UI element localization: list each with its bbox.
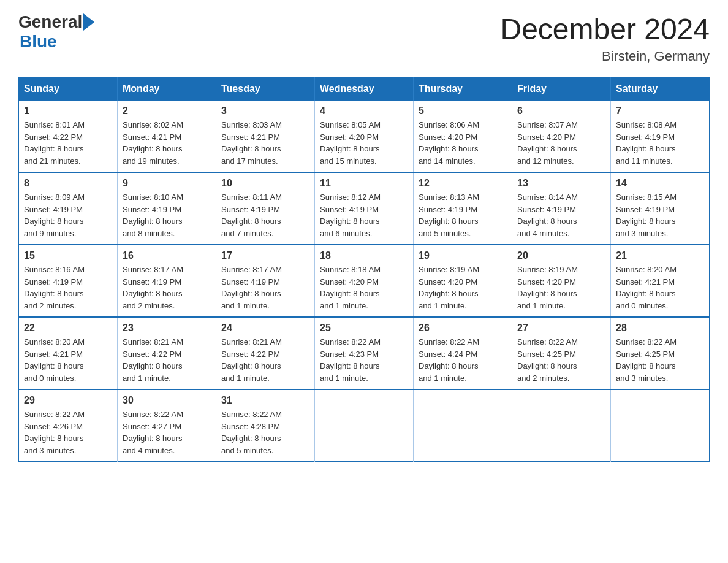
- day-info: Sunrise: 8:17 AM Sunset: 4:19 PM Dayligh…: [123, 264, 211, 312]
- day-number: 26: [419, 323, 507, 334]
- day-info: Sunrise: 8:17 AM Sunset: 4:19 PM Dayligh…: [221, 264, 309, 312]
- calendar-week-row: 8 Sunrise: 8:09 AM Sunset: 4:19 PM Dayli…: [19, 172, 710, 245]
- calendar-week-row: 29 Sunrise: 8:22 AM Sunset: 4:26 PM Dayl…: [19, 389, 710, 462]
- day-number: 5: [419, 105, 507, 117]
- table-row: 11 Sunrise: 8:12 AM Sunset: 4:19 PM Dayl…: [315, 172, 414, 245]
- table-row: 6 Sunrise: 8:07 AM Sunset: 4:20 PM Dayli…: [512, 101, 611, 172]
- table-row: 7 Sunrise: 8:08 AM Sunset: 4:19 PM Dayli…: [611, 101, 710, 172]
- day-info: Sunrise: 8:08 AM Sunset: 4:19 PM Dayligh…: [616, 119, 704, 167]
- col-sunday: Sunday: [19, 77, 118, 101]
- day-info: Sunrise: 8:07 AM Sunset: 4:20 PM Dayligh…: [517, 119, 605, 167]
- col-monday: Monday: [118, 77, 216, 101]
- day-number: 17: [221, 250, 309, 261]
- day-number: 1: [24, 105, 112, 117]
- day-number: 14: [616, 178, 704, 189]
- table-row: 25 Sunrise: 8:22 AM Sunset: 4:23 PM Dayl…: [315, 317, 414, 389]
- table-row: 24 Sunrise: 8:21 AM Sunset: 4:22 PM Dayl…: [216, 317, 315, 389]
- day-number: 4: [320, 105, 408, 117]
- table-row: 20 Sunrise: 8:19 AM Sunset: 4:20 PM Dayl…: [512, 245, 611, 317]
- day-info: Sunrise: 8:22 AM Sunset: 4:25 PM Dayligh…: [616, 336, 704, 384]
- calendar-week-row: 15 Sunrise: 8:16 AM Sunset: 4:19 PM Dayl…: [19, 245, 710, 317]
- day-number: 28: [616, 323, 704, 334]
- day-info: Sunrise: 8:22 AM Sunset: 4:26 PM Dayligh…: [24, 408, 112, 456]
- table-row: 17 Sunrise: 8:17 AM Sunset: 4:19 PM Dayl…: [216, 245, 315, 317]
- day-number: 11: [320, 178, 408, 189]
- day-number: 19: [419, 250, 507, 261]
- table-row: 10 Sunrise: 8:11 AM Sunset: 4:19 PM Dayl…: [216, 172, 315, 245]
- table-row: [315, 389, 414, 462]
- logo-text: General: [18, 12, 96, 32]
- table-row: 16 Sunrise: 8:17 AM Sunset: 4:19 PM Dayl…: [118, 245, 216, 317]
- logo-arrow-icon: [83, 13, 94, 31]
- calendar-header-row: Sunday Monday Tuesday Wednesday Thursday…: [19, 77, 710, 101]
- table-row: 9 Sunrise: 8:10 AM Sunset: 4:19 PM Dayli…: [118, 172, 216, 245]
- day-info: Sunrise: 8:15 AM Sunset: 4:19 PM Dayligh…: [616, 191, 704, 239]
- col-thursday: Thursday: [414, 77, 512, 101]
- calendar-week-row: 22 Sunrise: 8:20 AM Sunset: 4:21 PM Dayl…: [19, 317, 710, 389]
- day-number: 9: [123, 178, 211, 189]
- logo-blue: Blue: [20, 32, 57, 51]
- table-row: 30 Sunrise: 8:22 AM Sunset: 4:27 PM Dayl…: [118, 389, 216, 462]
- table-row: [611, 389, 710, 462]
- table-row: 27 Sunrise: 8:22 AM Sunset: 4:25 PM Dayl…: [512, 317, 611, 389]
- title-section: December 2024 Birstein, Germany: [500, 12, 710, 64]
- table-row: 12 Sunrise: 8:13 AM Sunset: 4:19 PM Dayl…: [414, 172, 512, 245]
- day-number: 16: [123, 250, 211, 261]
- day-number: 6: [517, 105, 605, 117]
- table-row: 22 Sunrise: 8:20 AM Sunset: 4:21 PM Dayl…: [19, 317, 118, 389]
- day-info: Sunrise: 8:21 AM Sunset: 4:22 PM Dayligh…: [123, 336, 211, 384]
- day-number: 10: [221, 178, 309, 189]
- day-info: Sunrise: 8:22 AM Sunset: 4:25 PM Dayligh…: [517, 336, 605, 384]
- table-row: 18 Sunrise: 8:18 AM Sunset: 4:20 PM Dayl…: [315, 245, 414, 317]
- table-row: 14 Sunrise: 8:15 AM Sunset: 4:19 PM Dayl…: [611, 172, 710, 245]
- table-row: 2 Sunrise: 8:02 AM Sunset: 4:21 PM Dayli…: [118, 101, 216, 172]
- day-info: Sunrise: 8:10 AM Sunset: 4:19 PM Dayligh…: [123, 191, 211, 239]
- day-number: 8: [24, 178, 112, 189]
- table-row: 15 Sunrise: 8:16 AM Sunset: 4:19 PM Dayl…: [19, 245, 118, 317]
- day-number: 27: [517, 323, 605, 334]
- col-wednesday: Wednesday: [315, 77, 414, 101]
- day-number: 15: [24, 250, 112, 261]
- day-info: Sunrise: 8:05 AM Sunset: 4:20 PM Dayligh…: [320, 119, 408, 167]
- day-info: Sunrise: 8:20 AM Sunset: 4:21 PM Dayligh…: [616, 264, 704, 312]
- calendar-week-row: 1 Sunrise: 8:01 AM Sunset: 4:22 PM Dayli…: [19, 101, 710, 172]
- day-info: Sunrise: 8:03 AM Sunset: 4:21 PM Dayligh…: [221, 119, 309, 167]
- day-info: Sunrise: 8:13 AM Sunset: 4:19 PM Dayligh…: [419, 191, 507, 239]
- day-info: Sunrise: 8:09 AM Sunset: 4:19 PM Dayligh…: [24, 191, 112, 239]
- table-row: 26 Sunrise: 8:22 AM Sunset: 4:24 PM Dayl…: [414, 317, 512, 389]
- col-friday: Friday: [512, 77, 611, 101]
- table-row: [414, 389, 512, 462]
- day-info: Sunrise: 8:16 AM Sunset: 4:19 PM Dayligh…: [24, 264, 112, 312]
- logo-general: General: [18, 12, 82, 32]
- day-number: 30: [123, 395, 211, 406]
- day-number: 23: [123, 323, 211, 334]
- col-saturday: Saturday: [611, 77, 710, 101]
- table-row: [512, 389, 611, 462]
- day-number: 31: [221, 395, 309, 406]
- day-info: Sunrise: 8:20 AM Sunset: 4:21 PM Dayligh…: [24, 336, 112, 384]
- table-row: 1 Sunrise: 8:01 AM Sunset: 4:22 PM Dayli…: [19, 101, 118, 172]
- day-info: Sunrise: 8:12 AM Sunset: 4:19 PM Dayligh…: [320, 191, 408, 239]
- day-number: 13: [517, 178, 605, 189]
- day-info: Sunrise: 8:02 AM Sunset: 4:21 PM Dayligh…: [123, 119, 211, 167]
- day-number: 18: [320, 250, 408, 261]
- day-info: Sunrise: 8:22 AM Sunset: 4:24 PM Dayligh…: [419, 336, 507, 384]
- day-info: Sunrise: 8:14 AM Sunset: 4:19 PM Dayligh…: [517, 191, 605, 239]
- table-row: 13 Sunrise: 8:14 AM Sunset: 4:19 PM Dayl…: [512, 172, 611, 245]
- table-row: 4 Sunrise: 8:05 AM Sunset: 4:20 PM Dayli…: [315, 101, 414, 172]
- day-info: Sunrise: 8:19 AM Sunset: 4:20 PM Dayligh…: [517, 264, 605, 312]
- day-info: Sunrise: 8:18 AM Sunset: 4:20 PM Dayligh…: [320, 264, 408, 312]
- day-number: 24: [221, 323, 309, 334]
- day-number: 12: [419, 178, 507, 189]
- day-number: 3: [221, 105, 309, 117]
- day-number: 7: [616, 105, 704, 117]
- day-info: Sunrise: 8:22 AM Sunset: 4:28 PM Dayligh…: [221, 408, 309, 456]
- table-row: 19 Sunrise: 8:19 AM Sunset: 4:20 PM Dayl…: [414, 245, 512, 317]
- day-number: 29: [24, 395, 112, 406]
- table-row: 21 Sunrise: 8:20 AM Sunset: 4:21 PM Dayl…: [611, 245, 710, 317]
- table-row: 5 Sunrise: 8:06 AM Sunset: 4:20 PM Dayli…: [414, 101, 512, 172]
- day-info: Sunrise: 8:06 AM Sunset: 4:20 PM Dayligh…: [419, 119, 507, 167]
- page-subtitle: Birstein, Germany: [500, 48, 710, 64]
- page-title: December 2024: [500, 12, 710, 46]
- day-number: 21: [616, 250, 704, 261]
